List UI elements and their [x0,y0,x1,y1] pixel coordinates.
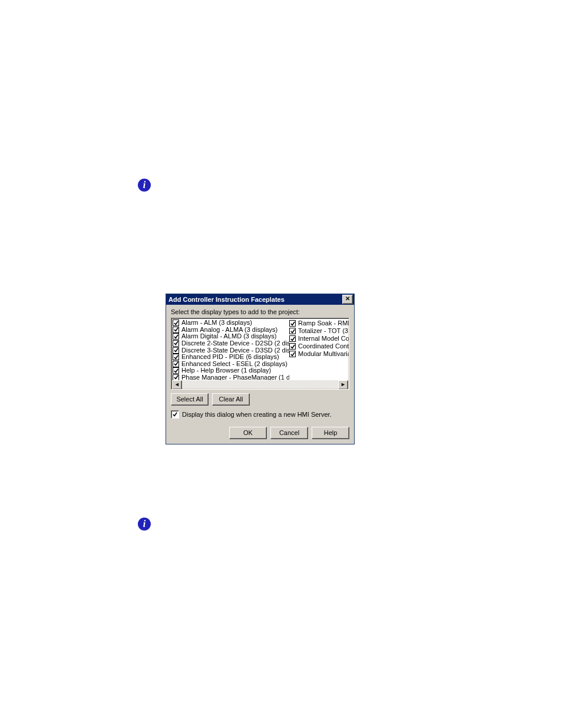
cancel-label: Cancel [279,429,299,436]
cancel-button[interactable]: Cancel [270,427,308,439]
list-item-label: Alarm - ALM (3 displays) [181,319,252,327]
checkbox-icon[interactable] [173,367,179,374]
checkbox-icon[interactable] [173,333,179,340]
checkbox-icon[interactable] [173,327,179,333]
display-types-column-right: Ramp Soak - RMPS (3 disp Totalizer - TOT… [289,319,349,381]
select-all-button[interactable]: Select All [171,393,209,406]
list-item[interactable]: Enhanced Select - ESEL (2 displays) [173,360,289,367]
list-item-label: Modular Multivariable Contr [298,350,349,358]
ok-label: OK [243,429,253,436]
list-item[interactable]: Enhanced PID - PIDE (6 displays) [173,354,289,361]
list-item-label: Alarm Digital - ALMD (3 displays) [181,333,276,340]
tip-block-2: i [138,518,432,531]
list-item-label: Discrete 2-State Device - D2SD (2 displa… [181,340,289,347]
show-dialog-option[interactable]: Display this dialog when creating a new … [171,410,349,419]
add-faceplates-dialog: Add Controller Instruction Faceplates ✕ … [166,294,355,444]
checkbox-icon[interactable] [289,343,296,350]
list-item[interactable]: Alarm - ALM (3 displays) [173,319,289,327]
list-item-label: Coordinated Control - CC (7 [298,342,349,350]
dialog-titlebar[interactable]: Add Controller Instruction Faceplates ✕ [166,294,354,305]
checkbox-icon[interactable] [173,340,179,347]
checkbox-icon[interactable] [289,320,296,327]
list-item-label: Alarm Analog - ALMA (3 displays) [181,327,277,334]
list-item-label: Totalizer - TOT (3 displays) [298,327,349,335]
checkbox-icon[interactable] [173,347,179,354]
help-label: Help [324,429,338,436]
list-item[interactable]: Internal Model Control - IMC [289,335,349,342]
checkbox-icon[interactable] [173,354,179,360]
list-item-label: Discrete 3-State Device - D3SD (2 displa… [181,347,289,354]
list-item[interactable]: Ramp Soak - RMPS (3 disp [289,319,349,327]
display-types-list[interactable]: Alarm - ALM (3 displays) Alarm Analog - … [171,318,349,390]
list-item-label: Ramp Soak - RMPS (3 disp [298,319,349,327]
scroll-track[interactable] [182,380,338,388]
close-icon[interactable]: ✕ [342,295,353,304]
checkbox-icon[interactable] [173,319,179,326]
clear-all-button[interactable]: Clear All [212,393,250,406]
checkbox-icon[interactable] [289,351,296,357]
scroll-left-icon[interactable]: ◄ [172,380,182,390]
dialog-title: Add Controller Instruction Faceplates [168,296,342,303]
list-item-label: Enhanced PID - PIDE (6 displays) [181,354,279,361]
list-item[interactable]: Help - Help Browser (1 display) [173,367,289,374]
list-item[interactable]: Alarm Analog - ALMA (3 displays) [173,327,289,334]
help-button[interactable]: Help [312,427,349,439]
info-icon: i [138,518,151,531]
tip-block-1: i [138,179,432,192]
checkbox-icon[interactable] [171,410,179,419]
list-item[interactable]: Coordinated Control - CC (7 [289,342,349,350]
info-icon: i [138,179,151,192]
checkbox-icon[interactable] [173,361,179,367]
checkbox-icon[interactable] [289,328,296,334]
list-item-label: Internal Model Control - IMC [298,335,349,342]
clear-all-label: Clear All [219,396,243,403]
dialog-instruction: Select the display types to add to the p… [171,308,349,315]
scroll-right-icon[interactable]: ► [338,380,348,390]
display-types-column-left: Alarm - ALM (3 displays) Alarm Analog - … [173,319,289,381]
list-item[interactable]: Alarm Digital - ALMD (3 displays) [173,333,289,340]
list-item-label: Enhanced Select - ESEL (2 displays) [181,360,287,367]
select-all-label: Select All [176,396,203,403]
list-item[interactable]: Totalizer - TOT (3 displays) [289,327,349,335]
list-item[interactable]: Discrete 2-State Device - D2SD (2 displa… [173,340,289,347]
horizontal-scrollbar[interactable]: ◄ ► [172,380,348,388]
list-item-label: Help - Help Browser (1 display) [181,367,271,374]
show-dialog-label: Display this dialog when creating a new … [182,411,332,418]
list-item[interactable]: Modular Multivariable Contr [289,350,349,358]
checkbox-icon[interactable] [289,335,296,342]
ok-button[interactable]: OK [229,427,267,439]
list-item[interactable]: Discrete 3-State Device - D3SD (2 displa… [173,347,289,354]
